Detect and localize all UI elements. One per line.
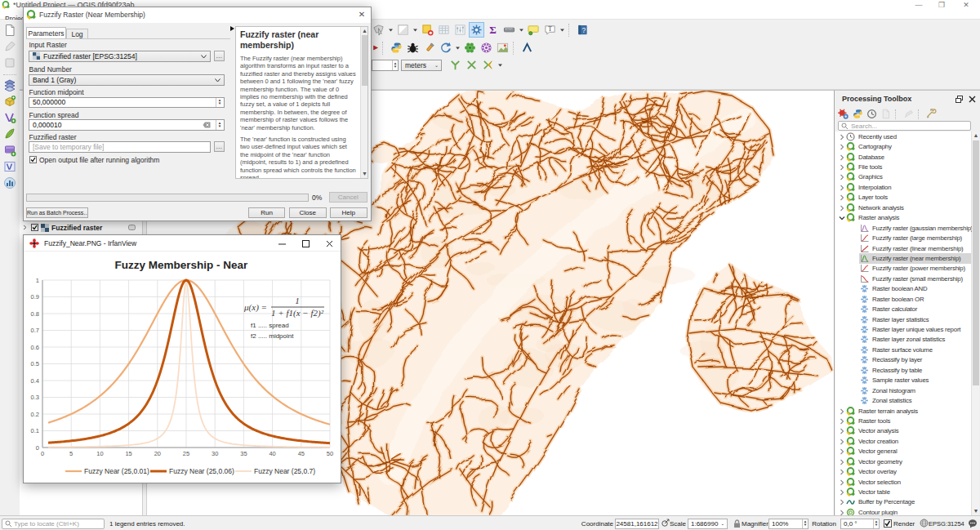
tree-item-zonal-histogram[interactable]: Zonal histogram bbox=[835, 385, 972, 395]
close-button[interactable]: Close bbox=[289, 207, 327, 218]
options-icon[interactable] bbox=[926, 109, 937, 119]
tree-item-cartography[interactable]: Cartography bbox=[835, 141, 972, 151]
tree-item-fuzzify-raster-near-membership[interactable]: Fuzzify raster (near membership) bbox=[835, 253, 972, 263]
tree-item-raster-analysis[interactable]: Raster analysis bbox=[835, 213, 972, 223]
plugin-bug-icon[interactable] bbox=[406, 41, 420, 55]
dropdown-arrow-icon[interactable] bbox=[455, 41, 461, 55]
dropdown-arrow-icon[interactable] bbox=[388, 23, 394, 37]
dropdown-arrow-icon[interactable] bbox=[412, 23, 418, 37]
output-field[interactable]: [Save to temporary file] bbox=[29, 141, 211, 153]
tree-item-reclassify-by-layer[interactable]: Reclassify by layer bbox=[835, 355, 972, 365]
coordinate-input[interactable]: 24581,161612 bbox=[615, 519, 659, 529]
deselect-icon[interactable] bbox=[396, 23, 410, 37]
tree-item-raster-layer-statistics[interactable]: Raster layer statistics bbox=[835, 314, 972, 324]
tree-item-raster-layer-zonal-statistics[interactable]: Raster layer zonal statistics bbox=[835, 335, 972, 345]
tool-gray-icon[interactable] bbox=[3, 56, 16, 69]
tree-item-vector-analysis[interactable]: Vector analysis bbox=[835, 426, 972, 436]
window-restore-button[interactable]: ❐ bbox=[936, 0, 947, 10]
layer-indicator-icon[interactable] bbox=[128, 225, 136, 230]
tree-item-recently-used[interactable]: Recently used bbox=[835, 131, 972, 141]
toolbox-float-icon[interactable] bbox=[956, 96, 963, 103]
tree-item-network-analysis[interactable]: Network analysis bbox=[835, 203, 972, 212]
scrollbar-thumb[interactable] bbox=[973, 140, 979, 385]
models-icon[interactable] bbox=[838, 109, 849, 120]
chevron-right-icon[interactable] bbox=[839, 458, 846, 465]
python-icon[interactable] bbox=[853, 109, 863, 119]
help-collapse-arrow-icon[interactable] bbox=[230, 26, 234, 31]
text-annotation-icon[interactable]: T bbox=[543, 23, 557, 37]
tree-item-reclassify-by-table[interactable]: Reclassify by table bbox=[835, 365, 972, 375]
tree-item-interpolation[interactable]: Interpolation bbox=[835, 182, 972, 192]
lock-icon[interactable] bbox=[733, 519, 741, 528]
tree-item-vector-creation[interactable]: Vector creation bbox=[835, 436, 972, 446]
toolbox-scrollbar[interactable]: ▲ ▼ bbox=[971, 131, 979, 515]
chevron-right-icon[interactable] bbox=[839, 448, 846, 455]
tab-parameters[interactable]: Parameters bbox=[26, 27, 66, 38]
search-radius-spinbox[interactable]: ▲▼ bbox=[372, 60, 399, 71]
tree-item-graphics[interactable]: Graphics bbox=[835, 172, 972, 182]
chevron-right-icon[interactable] bbox=[839, 417, 846, 424]
tree-item-vector-general[interactable]: Vector general bbox=[835, 447, 972, 457]
tree-item-raster-boolean-or[interactable]: Raster boolean OR bbox=[835, 294, 972, 304]
tree-item-layer-tools[interactable]: Layer tools bbox=[835, 193, 972, 203]
attribute-table-icon[interactable] bbox=[437, 23, 451, 37]
tree-item-raster-layer-unique-values-report[interactable]: Raster layer unique values report bbox=[835, 324, 972, 334]
midpoint-spinbox[interactable]: 50,000000 ▲▼ bbox=[29, 97, 225, 109]
add-feather-icon[interactable] bbox=[3, 127, 16, 140]
irfanview-maximize-button[interactable] bbox=[301, 238, 311, 249]
input-raster-browse-button[interactable]: … bbox=[214, 51, 225, 61]
python-console-icon[interactable] bbox=[390, 41, 403, 55]
run-button[interactable]: Run bbox=[248, 207, 285, 218]
render-checkbox[interactable] bbox=[884, 519, 892, 528]
chevron-right-icon[interactable] bbox=[839, 479, 846, 485]
chevron-right-icon[interactable] bbox=[839, 204, 846, 211]
tree-item-raster-tools[interactable]: Raster tools bbox=[835, 416, 972, 425]
crs-globe-icon[interactable] bbox=[920, 519, 929, 528]
snap-y-icon[interactable] bbox=[448, 58, 462, 72]
window-minimize-button[interactable]: — bbox=[913, 0, 924, 10]
map-tips-icon[interactable] bbox=[527, 23, 541, 37]
chevron-right-icon[interactable] bbox=[839, 194, 846, 201]
batch-button[interactable]: Run as Batch Process… bbox=[26, 207, 88, 218]
measure-icon[interactable] bbox=[502, 23, 516, 37]
chevron-right-icon[interactable] bbox=[839, 174, 846, 180]
magnifier-spinbox[interactable]: 100% ▲▼ bbox=[768, 519, 808, 529]
dropdown-arrow-icon[interactable] bbox=[559, 23, 565, 37]
processing-gear-icon[interactable] bbox=[470, 23, 483, 37]
edit-gray-icon[interactable] bbox=[3, 40, 16, 53]
edit-in-place-icon[interactable] bbox=[903, 109, 914, 119]
layer-checkbox[interactable] bbox=[31, 224, 38, 231]
irfanview-close-button[interactable] bbox=[324, 238, 335, 249]
cancel-button[interactable]: Cancel bbox=[329, 192, 368, 203]
virtual-layer-icon[interactable] bbox=[3, 160, 16, 173]
tree-item-vector-geometry[interactable]: Vector geometry bbox=[835, 457, 972, 466]
osgeo-icon[interactable] bbox=[479, 41, 493, 55]
chevron-right-icon[interactable] bbox=[839, 469, 846, 475]
help-button[interactable]: Help bbox=[330, 207, 368, 218]
tree-item-database[interactable]: Database bbox=[835, 152, 972, 162]
chevron-right-icon[interactable] bbox=[839, 133, 846, 140]
tree-item-raster-calculator[interactable]: Raster calculator bbox=[835, 304, 972, 314]
tree-item-vector-overlay[interactable]: Vector overlay bbox=[835, 466, 972, 476]
histogram-icon[interactable] bbox=[3, 176, 16, 189]
scale-combo[interactable]: 1:686990 ⌄ bbox=[688, 519, 728, 529]
tree-item-file-tools[interactable]: File tools bbox=[835, 162, 972, 171]
tree-item-fuzzify-raster-small-membership[interactable]: Fuzzify raster (small membership) bbox=[835, 274, 972, 283]
dialog-close-button[interactable]: ✕ bbox=[356, 9, 368, 20]
irfanview-minimize-button[interactable] bbox=[277, 238, 287, 249]
help-scrollbar[interactable]: ▲ ▼ bbox=[360, 27, 368, 178]
chevron-right-icon[interactable] bbox=[839, 499, 846, 506]
sum-icon[interactable]: Σ bbox=[486, 23, 500, 37]
chevron-right-icon[interactable] bbox=[839, 164, 846, 171]
band-combo[interactable]: Band 1 (Gray) bbox=[29, 74, 225, 86]
tree-item-vector-table[interactable]: Vector table bbox=[835, 487, 972, 497]
repair-icon[interactable] bbox=[422, 41, 436, 55]
clear-field-icon[interactable] bbox=[203, 122, 211, 128]
file-icon[interactable] bbox=[880, 109, 891, 119]
tree-item-raster-surface-volume[interactable]: Raster surface volume bbox=[835, 345, 972, 354]
toolbox-close-icon[interactable] bbox=[969, 96, 976, 103]
tree-item-fuzzify-raster-gaussian-membership[interactable]: Fuzzify raster (gaussian membership) bbox=[835, 223, 972, 233]
statistics-icon[interactable] bbox=[453, 23, 467, 37]
output-browse-button[interactable]: … bbox=[214, 141, 225, 152]
chevron-right-icon[interactable] bbox=[839, 144, 846, 150]
